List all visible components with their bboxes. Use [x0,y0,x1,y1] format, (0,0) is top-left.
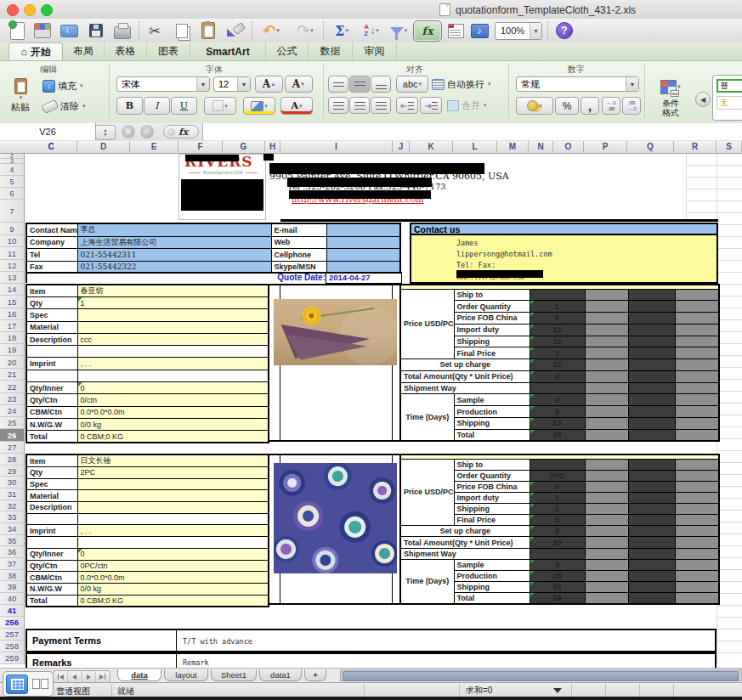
cell-price-value[interactable]: 20 [530,429,585,441]
column-header-L[interactable]: L [453,141,497,152]
column-header-F[interactable]: F [178,141,223,152]
cell-tier[interactable] [675,406,719,418]
cell-tier[interactable] [628,394,675,406]
cell-tier[interactable] [675,515,719,526]
column-header-N[interactable]: N [529,141,553,152]
cell-tier[interactable] [628,515,675,526]
cell-contact-value[interactable]: 上海生活贸易有限公司 [77,236,271,248]
cell-tier[interactable] [675,593,719,604]
cell-price-label[interactable]: Import duty [454,324,530,336]
column-header-O[interactable]: O [553,141,584,152]
cell-tier[interactable] [628,593,675,604]
cell-item-label[interactable]: Qty/Inner [26,382,77,394]
cell-item-label[interactable]: Description [26,502,77,514]
cell-contact-value2[interactable] [326,236,400,248]
cell-item-label[interactable]: Spec [26,309,77,321]
prev-sheet-button[interactable] [68,671,82,682]
cell-item-label[interactable]: N.W/G.W [26,583,77,595]
cell-merged-label[interactable]: Total Amount(Qty * Unit Price) [400,370,530,382]
cell-price-label[interactable]: Ship to [454,289,530,301]
normal-view-button[interactable] [6,675,28,694]
row-header-23[interactable]: 23 [0,393,25,405]
cell-price-label[interactable]: Order Quantity [454,301,530,313]
cell-tier[interactable] [675,559,719,570]
cell-tier[interactable] [628,504,675,515]
cell-contact-value[interactable]: 021-55442311 [77,248,271,261]
cell-tier[interactable] [675,470,719,481]
cell-item-value[interactable]: 0/0 kg [77,583,269,595]
next-sheet-button[interactable] [82,671,97,682]
cell-tier[interactable] [585,359,628,371]
cell-tier[interactable] [585,515,628,526]
cell-item-value[interactable]: 0.0*0.0*0.0m [77,572,269,584]
row-header-32[interactable]: 32 [0,500,25,511]
cell-item-value[interactable] [77,502,269,514]
cell-tier[interactable] [585,559,628,570]
cell-tier[interactable] [628,492,675,503]
cell-time-label[interactable]: Production [454,406,530,418]
cell-price-value[interactable]: 1 [530,492,585,503]
cell-tier[interactable] [628,313,675,325]
row-header-258[interactable]: 258 [0,641,25,652]
cell-item-label[interactable]: Qty [26,297,77,309]
cell-tier[interactable] [628,347,675,359]
cell-tier[interactable] [585,324,628,336]
column-header-K[interactable]: K [410,141,453,152]
cell-tier[interactable] [628,470,675,481]
cell-tier[interactable] [585,370,628,382]
cell-item-label[interactable]: Item [26,285,77,297]
cell-tier[interactable] [675,537,719,548]
cell-tier[interactable] [675,582,719,593]
row-header-29[interactable]: 29 [0,466,25,477]
cell-price-label[interactable]: Price FOB China [454,313,530,325]
row-header-40[interactable]: 40 [0,593,25,605]
cell-contact-label[interactable]: Company [26,236,77,248]
cell-tier[interactable] [675,347,719,359]
cell-price-value[interactable]: 22 [530,359,585,371]
row-header-33[interactable]: 33 [0,511,25,523]
payment-terms-value[interactable]: T/T with advance [183,637,252,646]
row-header-17[interactable]: 17 [0,320,25,332]
row-header-39[interactable]: 39 [0,581,25,593]
cell-item-value[interactable] [77,478,269,490]
cell-tier[interactable] [585,570,628,581]
cell-tier[interactable] [628,481,675,492]
cell-price-group-label[interactable]: Price USD/PCS [400,459,454,526]
cell-time-label[interactable]: Sample [454,559,530,570]
row-header-28[interactable]: 28 [0,454,25,466]
column-header-H[interactable]: H [265,141,280,152]
cell-time-label[interactable]: Production [454,570,530,581]
cell-item-value[interactable]: , . . [77,525,269,537]
cell-empty[interactable] [77,537,269,549]
cell-tier[interactable] [585,394,628,406]
cell-contact-label2[interactable]: Web [271,236,326,248]
cell-item-label[interactable]: Item [26,454,77,467]
column-header-D[interactable]: D [77,141,130,152]
row-header-16[interactable]: 16 [0,308,25,320]
row-header-18[interactable]: 18 [0,332,25,344]
cell-price-label[interactable]: Shipping [454,336,530,347]
cell-tier[interactable] [628,526,675,537]
cell-tier[interactable] [675,336,719,347]
column-header-J[interactable]: J [393,141,410,152]
cell-empty[interactable] [77,370,269,381]
cell-tier[interactable] [675,313,719,325]
cell-tier[interactable] [675,301,719,313]
cell-merged-label[interactable]: Shipment Way [400,548,530,559]
column-header-G[interactable]: G [223,141,265,152]
cell-tier[interactable] [628,370,675,382]
cell-price-value[interactable] [530,548,585,559]
cell-item-value[interactable]: 日文长袖 [77,454,269,467]
cell-tier[interactable] [585,481,628,492]
column-header-E[interactable]: E [130,141,178,152]
cell-price-label[interactable]: Final Price [454,347,530,359]
cell-contact-value[interactable]: 李总 [77,223,271,236]
cell-tier[interactable] [585,347,628,359]
cell-tier[interactable] [585,492,628,503]
cell-price-label[interactable]: Final Price [454,515,530,526]
row-header-24[interactable]: 24 [0,405,25,417]
cell-tier[interactable] [628,301,675,313]
row-header-11[interactable]: 11 [0,247,25,260]
cell-price-value[interactable]: 12 [530,324,585,336]
cell-price-label[interactable]: Order Quantity [454,470,530,481]
